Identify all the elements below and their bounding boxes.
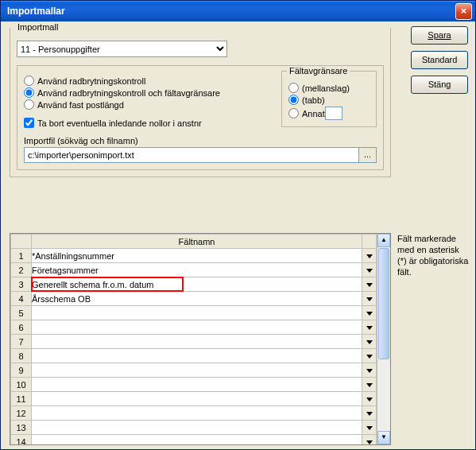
chevron-down-icon bbox=[366, 254, 373, 258]
importfile-label: Importfil (sökväg och filnamn) bbox=[24, 136, 377, 145]
field-cell[interactable] bbox=[32, 349, 362, 363]
scroll-track[interactable] bbox=[377, 360, 390, 431]
table-row: 12 bbox=[11, 406, 377, 421]
field-cell[interactable]: Årsschema OB bbox=[32, 292, 362, 306]
row-number[interactable]: 4 bbox=[11, 292, 32, 306]
row-number[interactable]: 2 bbox=[11, 263, 32, 277]
scroll-down-icon[interactable]: ▼ bbox=[377, 431, 390, 444]
scroll-up-icon[interactable]: ▲ bbox=[377, 234, 390, 247]
mode-linebreak-delim-label: Använd radbrytningskontroll och fältavgr… bbox=[37, 88, 220, 98]
dropdown-button[interactable] bbox=[362, 263, 377, 277]
dropdown-button[interactable] bbox=[362, 349, 377, 363]
field-cell[interactable]: Företagsnummer bbox=[32, 263, 362, 277]
chevron-down-icon bbox=[366, 412, 373, 416]
field-cell[interactable] bbox=[32, 421, 362, 435]
field-cell[interactable] bbox=[32, 335, 362, 349]
importmall-group: Importmall 11 - Personuppgifter Fältavgr… bbox=[10, 28, 391, 177]
table-row: 11 bbox=[11, 392, 377, 406]
table-row: 13 bbox=[11, 421, 377, 435]
row-number[interactable]: 3 bbox=[11, 277, 32, 292]
chevron-down-icon bbox=[366, 326, 373, 330]
row-number[interactable]: 7 bbox=[11, 335, 32, 349]
row-number[interactable]: 12 bbox=[11, 406, 32, 421]
delim-space-radio[interactable] bbox=[288, 83, 299, 93]
row-number[interactable]: 1 bbox=[11, 249, 32, 263]
chevron-down-icon bbox=[366, 297, 373, 301]
mode-fixed-label: Använd fast postlängd bbox=[37, 100, 124, 110]
delimiter-legend: Fältavgränsare bbox=[287, 66, 350, 76]
hint-text: Fält markerade med en asterisk (*) är ob… bbox=[397, 233, 470, 277]
field-cell[interactable] bbox=[32, 306, 362, 320]
delimiter-group: Fältavgränsare (mellanslag) (tabb) Annat bbox=[281, 71, 377, 127]
delim-other-input[interactable] bbox=[325, 107, 342, 120]
chevron-down-icon bbox=[366, 440, 373, 444]
table-row: 8 bbox=[11, 349, 377, 363]
field-cell[interactable]: Generellt schema fr.o.m. datum bbox=[32, 277, 362, 292]
table-row: 9 bbox=[11, 363, 377, 378]
table-row: 2Företagsnummer bbox=[11, 263, 377, 277]
field-table: Fältnamn 1*Anställningsnummer2Företagsnu… bbox=[10, 233, 391, 445]
close-button[interactable]: Stäng bbox=[411, 76, 468, 94]
mode-linebreak-radio[interactable] bbox=[24, 76, 34, 86]
delim-tab-radio[interactable] bbox=[288, 95, 299, 105]
chevron-down-icon bbox=[366, 283, 373, 287]
mode-fixed-radio[interactable] bbox=[24, 99, 34, 110]
mode-linebreak-delim-radio[interactable] bbox=[24, 87, 34, 98]
field-cell[interactable] bbox=[32, 435, 362, 445]
side-buttons: Spara Standard Stäng bbox=[411, 26, 468, 100]
dropdown-button[interactable] bbox=[362, 292, 377, 306]
row-number[interactable]: 9 bbox=[11, 363, 32, 378]
chevron-down-icon bbox=[366, 340, 373, 344]
row-number[interactable]: 5 bbox=[11, 306, 32, 320]
row-number[interactable]: 8 bbox=[11, 349, 32, 363]
dropdown-button[interactable] bbox=[362, 249, 377, 263]
options-group: Fältavgränsare (mellanslag) (tabb) Annat bbox=[17, 65, 384, 170]
save-button[interactable]: Spara bbox=[411, 26, 468, 45]
browse-button[interactable]: ... bbox=[359, 147, 377, 163]
chevron-down-icon bbox=[366, 383, 373, 387]
row-number[interactable]: 10 bbox=[11, 378, 32, 392]
trim-zeros-checkbox[interactable] bbox=[24, 118, 34, 128]
dropdown-button[interactable] bbox=[362, 306, 377, 320]
chevron-down-icon bbox=[366, 398, 373, 402]
dropdown-button[interactable] bbox=[362, 320, 377, 335]
column-header-faltnamn[interactable]: Fältnamn bbox=[32, 235, 362, 249]
importmall-select[interactable]: 11 - Personuppgifter bbox=[17, 41, 227, 57]
row-number[interactable]: 14 bbox=[11, 435, 32, 445]
dropdown-button[interactable] bbox=[362, 277, 377, 292]
table-row: 3Generellt schema fr.o.m. datum bbox=[11, 277, 377, 292]
dropdown-button[interactable] bbox=[362, 363, 377, 378]
importfile-input[interactable] bbox=[24, 147, 359, 163]
field-cell[interactable] bbox=[32, 378, 362, 392]
field-cell[interactable] bbox=[32, 406, 362, 421]
table-row: 7 bbox=[11, 335, 377, 349]
table-row: 4Årsschema OB bbox=[11, 292, 377, 306]
delim-other-radio[interactable] bbox=[288, 108, 299, 118]
dropdown-button[interactable] bbox=[362, 378, 377, 392]
titlebar[interactable]: Importmallar × bbox=[1, 1, 475, 21]
trim-zeros-label: Ta bort eventuella inledande nollor i an… bbox=[37, 118, 202, 128]
dropdown-button[interactable] bbox=[362, 406, 377, 421]
close-icon[interactable]: × bbox=[455, 3, 472, 20]
dropdown-button[interactable] bbox=[362, 435, 377, 445]
scroll-thumb[interactable] bbox=[378, 248, 389, 359]
dropdown-button[interactable] bbox=[362, 335, 377, 349]
field-cell[interactable] bbox=[32, 363, 362, 378]
row-header-corner bbox=[11, 235, 32, 249]
row-number[interactable]: 13 bbox=[11, 421, 32, 435]
window-title: Importmallar bbox=[7, 6, 455, 17]
field-cell[interactable]: *Anställningsnummer bbox=[32, 249, 362, 263]
standard-button[interactable]: Standard bbox=[411, 51, 468, 69]
row-number[interactable]: 6 bbox=[11, 320, 32, 335]
vertical-scrollbar[interactable]: ▲ ▼ bbox=[377, 234, 390, 444]
field-cell[interactable] bbox=[32, 392, 362, 406]
dropdown-button[interactable] bbox=[362, 421, 377, 435]
mode-linebreak-label: Använd radbrytningskontroll bbox=[37, 76, 145, 86]
table-row: 5 bbox=[11, 306, 377, 320]
chevron-down-icon bbox=[366, 355, 373, 359]
dialog-window: Importmallar × Spara Standard Stäng Impo… bbox=[0, 0, 476, 450]
chevron-down-icon bbox=[366, 312, 373, 316]
field-cell[interactable] bbox=[32, 320, 362, 335]
row-number[interactable]: 11 bbox=[11, 392, 32, 406]
dropdown-button[interactable] bbox=[362, 392, 377, 406]
